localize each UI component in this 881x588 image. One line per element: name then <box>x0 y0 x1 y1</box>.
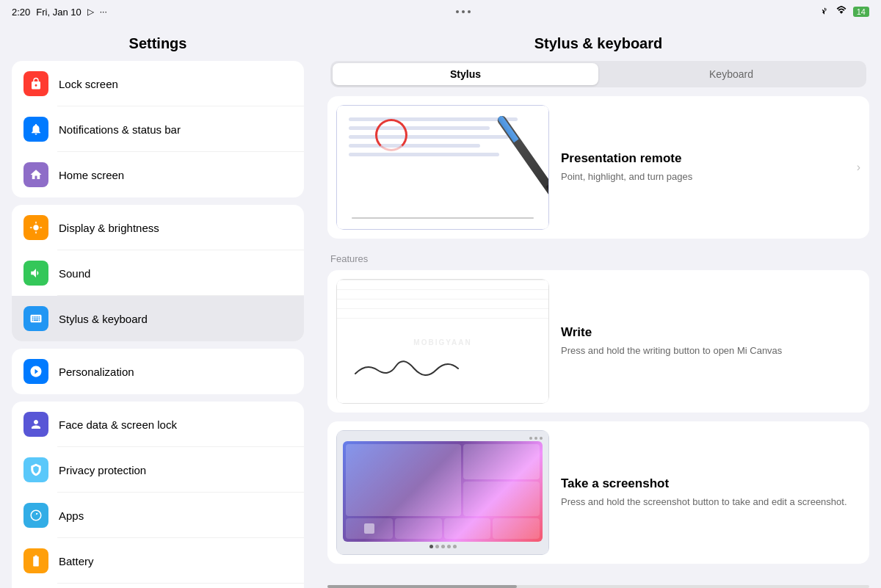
presentation-remote-image <box>336 105 549 230</box>
screenshot-title: Take a screenshot <box>561 476 858 491</box>
status-bar-right: 14 <box>819 6 869 18</box>
sidebar-item-home-screen[interactable]: Home screen <box>12 152 304 197</box>
status-bar: 2:20 Fri, Jan 10 ▷ ··· 14 <box>0 0 881 23</box>
lock-screen-label: Lock screen <box>59 78 118 90</box>
screenshot-info: Take a screenshot Press and hold the scr… <box>558 465 869 520</box>
right-panel-title: Stylus & keyboard <box>316 23 881 61</box>
sidebar-list: Lock screen Notifications & status bar H… <box>0 61 316 588</box>
sound-label: Sound <box>59 267 90 280</box>
personalization-label: Personalization <box>59 366 134 378</box>
personalization-icon <box>23 359 48 384</box>
sidebar-item-display[interactable]: Display & brightness <box>12 205 304 250</box>
battery-icon: 14 <box>853 7 869 17</box>
sidebar-item-sound[interactable]: Sound <box>12 250 304 296</box>
sidebar-item-privacy[interactable]: Privacy protection <box>12 447 304 493</box>
presentation-remote-card[interactable]: Presentation remote Point, highlight, an… <box>327 96 869 239</box>
home-screen-label: Home screen <box>59 169 124 181</box>
status-bar-left: 2:20 Fri, Jan 10 ▷ ··· <box>12 7 107 18</box>
sidebar-item-wellbeing[interactable]: Digital Wellbeing & parental controls <box>12 584 304 588</box>
apps-label: Apps <box>59 509 84 522</box>
sidebar-card-2: Display & brightness Sound Stylus & keyb… <box>12 205 304 341</box>
sidebar-card-4: Face data & screen lock Privacy protecti… <box>12 402 304 588</box>
sidebar: Settings Lock screen Notifications & sta… <box>0 23 316 588</box>
presentation-remote-info: Presentation remote Point, highlight, an… <box>558 139 857 195</box>
date-display: Fri, Jan 10 <box>36 7 81 18</box>
more-icon[interactable]: ··· <box>100 7 107 17</box>
play-icon: ▷ <box>87 7 94 17</box>
write-card[interactable]: MOBIGYAAN <box>327 270 869 413</box>
bluetooth-icon <box>819 6 830 18</box>
scroll-thumb <box>327 585 517 588</box>
lock-screen-icon <box>23 71 48 96</box>
sidebar-item-personalization[interactable]: Personalization <box>12 349 304 394</box>
features-section-label: Features <box>327 247 869 270</box>
write-title: Write <box>561 325 858 340</box>
battery-settings-icon <box>23 548 48 573</box>
stylus-icon <box>23 306 48 331</box>
sidebar-title: Settings <box>0 23 316 61</box>
display-icon <box>23 215 48 240</box>
presentation-remote-desc: Point, highlight, and turn pages <box>561 170 845 184</box>
notifications-label: Notifications & status bar <box>59 123 181 136</box>
screenshot-image <box>336 430 549 555</box>
sidebar-card-1: Lock screen Notifications & status bar H… <box>12 61 304 197</box>
time-display: 2:20 <box>12 7 30 18</box>
face-data-label: Face data & screen lock <box>59 418 177 431</box>
write-desc: Press and hold the writing button to ope… <box>561 344 858 357</box>
status-bar-center <box>456 10 471 13</box>
privacy-icon <box>23 457 48 482</box>
main-layout: Settings Lock screen Notifications & sta… <box>0 23 881 588</box>
right-panel: Stylus & keyboard Stylus Keyboard <box>316 23 881 588</box>
screenshot-desc: Press and hold the screenshot button to … <box>561 496 858 509</box>
right-content: Presentation remote Point, highlight, an… <box>316 96 881 579</box>
home-screen-icon <box>23 162 48 187</box>
apps-icon <box>23 503 48 528</box>
tab-keyboard[interactable]: Keyboard <box>598 63 864 85</box>
screenshot-card[interactable]: Take a screenshot Press and hold the scr… <box>327 421 869 564</box>
privacy-label: Privacy protection <box>59 464 146 476</box>
write-info: Write Press and hold the writing button … <box>558 313 869 369</box>
write-image: MOBIGYAAN <box>336 279 549 404</box>
sidebar-card-3: Personalization <box>12 349 304 394</box>
tab-stylus[interactable]: Stylus <box>333 63 598 85</box>
scroll-indicator <box>327 585 869 588</box>
sidebar-item-face-data[interactable]: Face data & screen lock <box>12 402 304 447</box>
display-label: Display & brightness <box>59 222 159 234</box>
sidebar-item-apps[interactable]: Apps <box>12 493 304 538</box>
presentation-remote-arrow: › <box>857 161 860 174</box>
battery-label: Battery <box>59 555 94 567</box>
wifi-icon <box>835 6 847 18</box>
battery-percent: 14 <box>857 7 866 16</box>
stylus-label: Stylus & keyboard <box>59 313 148 325</box>
sidebar-item-notifications[interactable]: Notifications & status bar <box>12 106 304 152</box>
notifications-icon <box>23 117 48 142</box>
face-data-icon <box>23 412 48 437</box>
sidebar-item-battery[interactable]: Battery <box>12 538 304 584</box>
presentation-remote-title: Presentation remote <box>561 151 845 166</box>
sidebar-item-stylus[interactable]: Stylus & keyboard <box>12 296 304 341</box>
tab-bar: Stylus Keyboard <box>330 61 866 87</box>
sound-icon <box>23 261 48 286</box>
sidebar-item-lock-screen[interactable]: Lock screen <box>12 61 304 106</box>
